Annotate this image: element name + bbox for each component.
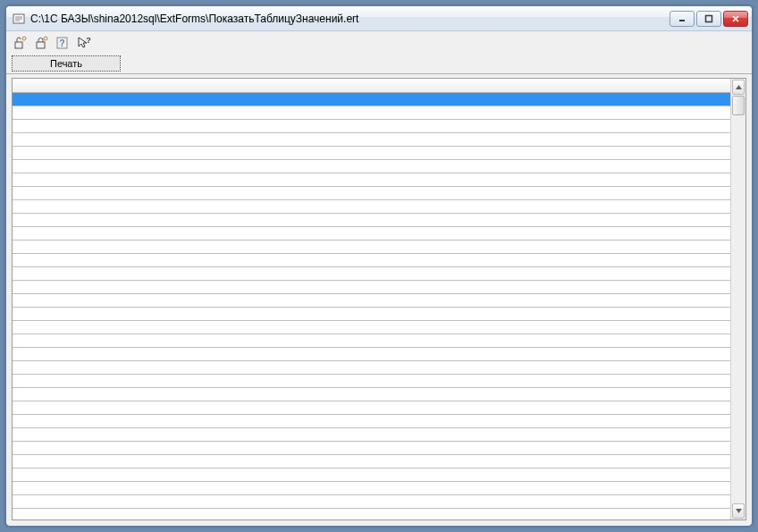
table-row[interactable] <box>13 482 730 495</box>
cursor-help-icon[interactable]: ? <box>76 35 92 51</box>
table-row[interactable] <box>13 401 730 415</box>
table-row[interactable] <box>13 267 730 281</box>
grid-header[interactable] <box>13 79 730 93</box>
svg-text:?: ? <box>86 36 91 45</box>
table-row[interactable] <box>13 160 730 173</box>
svg-text:?: ? <box>59 38 64 48</box>
table-row[interactable] <box>13 106 730 120</box>
svg-rect-10 <box>37 42 45 48</box>
minimize-button[interactable] <box>670 11 695 27</box>
table-row[interactable] <box>13 281 730 294</box>
lock-closed-icon[interactable] <box>33 35 49 51</box>
table-row[interactable] <box>13 308 730 321</box>
grid-body[interactable] <box>13 79 730 519</box>
table-row[interactable] <box>13 294 730 308</box>
scroll-track[interactable] <box>731 96 745 502</box>
button-row: Печать <box>6 55 752 74</box>
scroll-up-button[interactable] <box>732 80 745 95</box>
table-row[interactable] <box>13 334 730 348</box>
svg-rect-8 <box>15 42 22 48</box>
print-button[interactable]: Печать <box>12 55 121 72</box>
table-row[interactable] <box>13 200 730 214</box>
toolbar: ? ? <box>6 31 752 55</box>
table-row[interactable] <box>13 241 730 254</box>
grid-rows <box>13 93 730 509</box>
data-grid[interactable] <box>12 78 746 520</box>
svg-point-11 <box>44 37 47 40</box>
maximize-button[interactable] <box>696 11 721 27</box>
content-area <box>6 74 752 526</box>
table-row[interactable] <box>13 133 730 147</box>
app-window: C:\1С БАЗЫ\shina2012sql\ExtForms\Показат… <box>5 5 753 527</box>
table-row[interactable] <box>13 455 730 469</box>
close-button[interactable] <box>723 11 748 27</box>
table-row[interactable] <box>13 361 730 375</box>
table-row[interactable] <box>13 495 730 509</box>
table-row[interactable] <box>13 388 730 401</box>
svg-rect-5 <box>706 15 712 21</box>
titlebar[interactable]: C:\1С БАЗЫ\shina2012sql\ExtForms\Показат… <box>6 6 752 31</box>
app-icon <box>12 12 26 26</box>
lock-open-icon[interactable] <box>12 35 28 51</box>
svg-point-9 <box>22 37 26 40</box>
table-row[interactable] <box>13 93 730 106</box>
table-row[interactable] <box>13 415 730 428</box>
table-row[interactable] <box>13 147 730 160</box>
vertical-scrollbar[interactable] <box>730 79 745 519</box>
scroll-thumb[interactable] <box>732 96 745 115</box>
table-row[interactable] <box>13 321 730 334</box>
window-title: C:\1С БАЗЫ\shina2012sql\ExtForms\Показат… <box>30 13 670 25</box>
window-controls <box>670 11 748 27</box>
table-row[interactable] <box>13 214 730 227</box>
table-row[interactable] <box>13 254 730 267</box>
table-row[interactable] <box>13 442 730 455</box>
table-row[interactable] <box>13 375 730 388</box>
table-row[interactable] <box>13 469 730 482</box>
table-row[interactable] <box>13 187 730 200</box>
table-row[interactable] <box>13 348 730 361</box>
scroll-down-button[interactable] <box>732 503 745 519</box>
table-row[interactable] <box>13 227 730 241</box>
help-icon[interactable]: ? <box>55 35 71 51</box>
table-row[interactable] <box>13 173 730 187</box>
table-row[interactable] <box>13 120 730 133</box>
table-row[interactable] <box>13 428 730 442</box>
